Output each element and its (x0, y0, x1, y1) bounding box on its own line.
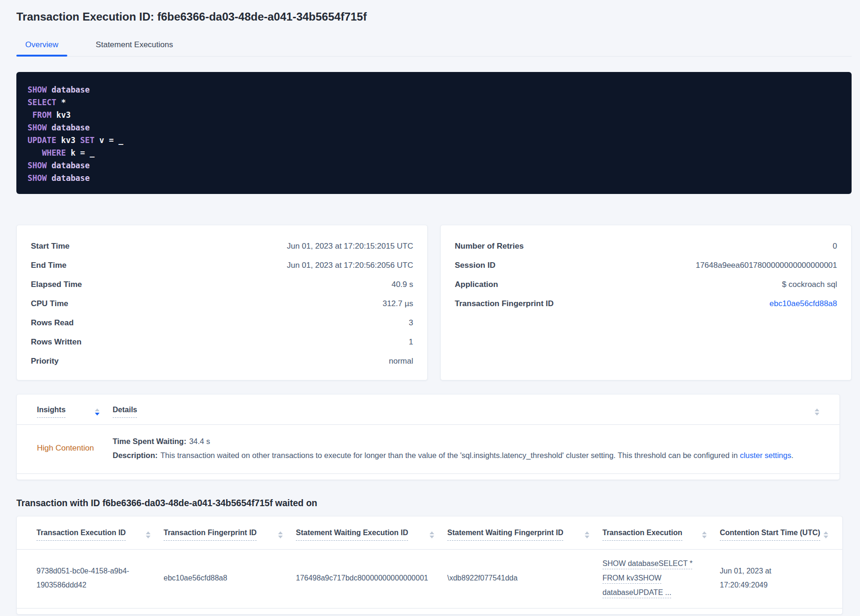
waited-on-heading: Transaction with ID f6be6366-da03-48de-a… (16, 498, 852, 509)
transaction-sql-box: SHOW database SELECT * FROM kv3 SHOW dat… (16, 72, 852, 194)
sql-keyword: UPDATE (28, 136, 56, 145)
sql-keyword-secondary: database (47, 161, 90, 170)
cell-transaction-fingerprint-id: ebc10ae56cfd88a8 (164, 571, 296, 585)
sql-text (28, 148, 42, 158)
stat-value: Jun 01, 2023 at 17:20:15:2015 UTC (287, 242, 413, 251)
sort-icon[interactable] (430, 531, 434, 538)
stat-label: Transaction Fingerprint ID (455, 299, 554, 308)
stat-value: 0 (833, 242, 837, 251)
sort-icon[interactable] (146, 531, 150, 538)
cluster-settings-link[interactable]: cluster settings (740, 451, 791, 459)
sql-keyword-secondary: database (47, 173, 90, 183)
sql-line: SHOW database (28, 172, 840, 185)
sort-down-icon (702, 536, 707, 538)
sort-up-icon (430, 531, 434, 534)
stat-value: $ cockroach sql (782, 280, 837, 289)
sql-line: SELECT * (28, 96, 840, 109)
stat-label: Rows Written (31, 337, 81, 347)
sort-icon[interactable] (278, 531, 283, 538)
stat-value: 40.9 s (392, 280, 413, 289)
stat-row-priority: Priority normal (31, 351, 413, 371)
stat-label: End Time (31, 261, 66, 270)
stat-row-number-of-retries: Number of Retries 0 (455, 236, 837, 256)
sql-keyword-secondary: database (47, 123, 90, 132)
stat-row-cpu-time: CPU Time 312.7 µs (31, 294, 413, 313)
column-header-transaction-fingerprint-id[interactable]: Transaction Fingerprint ID (164, 529, 296, 541)
stat-label: Elapsed Time (31, 280, 82, 289)
sql-keyword: SHOW (28, 123, 47, 132)
column-header-statement-waiting-fingerprint-id[interactable]: Statement Waiting Fingerprint ID (447, 529, 602, 541)
details-header-label[interactable]: Details (113, 406, 137, 418)
sort-up-icon (278, 531, 283, 534)
transaction-execution-link[interactable]: SHOW databaseSELECT * FROM kv3SHOW datab… (602, 559, 693, 596)
waiting-value: 34.4 s (189, 437, 210, 445)
sql-line: SHOW database (28, 122, 840, 134)
stat-value: 312.7 µs (382, 299, 413, 308)
tab-overview[interactable]: Overview (16, 35, 67, 56)
sql-text: k = _ (66, 148, 94, 158)
transaction-details-page: Transaction Execution ID: f6be6366-da03-… (0, 10, 860, 615)
sort-down-icon (585, 536, 589, 538)
sql-text: * (56, 98, 65, 107)
sql-keyword: SHOW (28, 85, 47, 94)
column-header-label[interactable]: Transaction Fingerprint ID (164, 529, 257, 541)
sql-text (28, 110, 32, 120)
sql-text: kv3 (51, 110, 71, 120)
sort-up-icon (146, 531, 150, 534)
sql-line: WHERE k = _ (28, 147, 840, 159)
column-header-label[interactable]: Statement Waiting Fingerprint ID (447, 529, 563, 541)
column-header-contention-start-time[interactable]: Contention Start Time (UTC) (720, 529, 828, 541)
summary-cards-row: Start Time Jun 01, 2023 at 17:20:15:2015… (16, 225, 852, 380)
sort-down-icon (95, 413, 100, 415)
insights-header-label[interactable]: Insights (37, 406, 65, 418)
stat-label: Number of Retries (455, 242, 523, 251)
stat-value: 1 (409, 337, 413, 347)
tab-statement-executions[interactable]: Statement Executions (87, 35, 182, 56)
insight-description-line: Description:This transaction waited on o… (113, 448, 819, 462)
transaction-fingerprint-link[interactable]: ebc10ae56cfd88a8 (769, 299, 837, 308)
sql-line: SHOW database (28, 159, 840, 172)
stat-label: Start Time (31, 242, 70, 251)
waiting-label: Time Spent Waiting: (113, 437, 186, 445)
stat-label: Application (455, 280, 498, 289)
sort-down-icon (824, 536, 828, 538)
stat-row-rows-read: Rows Read 3 (31, 313, 413, 332)
cell-transaction-execution: SHOW databaseSELECT * FROM kv3SHOW datab… (602, 556, 720, 600)
sql-line: SHOW database (28, 84, 840, 96)
sql-keyword: SELECT (28, 98, 56, 107)
sort-icon[interactable] (824, 531, 828, 538)
table-footer-space (17, 474, 839, 480)
sort-icon-insights-right[interactable] (815, 408, 819, 415)
sort-up-icon (824, 531, 828, 534)
sort-icon-insights[interactable] (95, 408, 100, 415)
insight-badge: High Contention (37, 434, 113, 462)
sort-down-icon (815, 413, 819, 415)
insight-row: High Contention Time Spent Waiting:34.4 … (17, 425, 839, 473)
stat-row-application: Application $ cockroach sql (455, 275, 837, 294)
sql-keyword: SHOW (28, 173, 47, 183)
stat-label: Priority (31, 357, 59, 366)
sort-icon[interactable] (585, 531, 589, 538)
column-header-label[interactable]: Statement Waiting Execution ID (296, 529, 408, 541)
insights-column-header[interactable]: Insights (37, 406, 113, 418)
cell-statement-waiting-fingerprint-id: \xdb8922f077541dda (447, 571, 602, 585)
column-header-transaction-execution[interactable]: Transaction Execution (602, 529, 720, 541)
insights-table-header: Insights Details (17, 394, 839, 424)
column-header-transaction-execution-id[interactable]: Transaction Execution ID (36, 529, 164, 541)
sql-text: v = _ (94, 136, 123, 145)
cell-contention-start-time: Jun 01, 2023 at 17:20:49:2049 (720, 564, 828, 592)
sql-text: kv3 (56, 136, 75, 145)
column-header-statement-waiting-execution-id[interactable]: Statement Waiting Execution ID (296, 529, 447, 541)
column-header-label[interactable]: Transaction Execution ID (36, 529, 126, 541)
sort-down-icon (278, 536, 283, 538)
sort-icon[interactable] (702, 531, 707, 538)
stat-value: normal (389, 357, 413, 366)
waited-on-table-header: Transaction Execution ID Transaction Fin… (17, 516, 842, 549)
sql-keyword: WHERE (42, 148, 66, 158)
column-header-label[interactable]: Contention Start Time (UTC) (720, 529, 820, 541)
sort-down-icon (430, 536, 434, 538)
column-header-label[interactable]: Transaction Execution (602, 529, 682, 541)
insight-details: Time Spent Waiting:34.4 s Description:Th… (113, 434, 819, 462)
insight-waiting-line: Time Spent Waiting:34.4 s (113, 434, 819, 448)
execution-stats-card: Start Time Jun 01, 2023 at 17:20:15:2015… (16, 225, 428, 380)
